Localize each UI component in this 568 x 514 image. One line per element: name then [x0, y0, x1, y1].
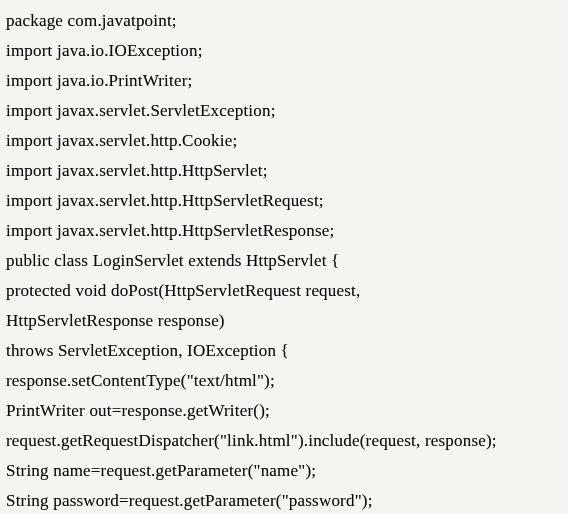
code-line: import java.io.PrintWriter;	[6, 66, 562, 96]
code-line: package com.javatpoint;	[6, 6, 562, 36]
code-line: import javax.servlet.http.HttpServletRes…	[6, 216, 562, 246]
code-line: import javax.servlet.http.HttpServlet;	[6, 156, 562, 186]
code-line: String name=request.getParameter("name")…	[6, 456, 562, 486]
code-line: throws ServletException, IOException {	[6, 336, 562, 366]
code-block: package com.javatpoint; import java.io.I…	[0, 0, 568, 514]
code-line: HttpServletResponse response)	[6, 306, 562, 336]
code-line: request.getRequestDispatcher("link.html"…	[6, 426, 562, 456]
code-line: response.setContentType("text/html");	[6, 366, 562, 396]
code-line: String password=request.getParameter("pa…	[6, 486, 562, 514]
code-line: PrintWriter out=response.getWriter();	[6, 396, 562, 426]
code-line: import javax.servlet.http.HttpServletReq…	[6, 186, 562, 216]
code-line: import java.io.IOException;	[6, 36, 562, 66]
code-line: public class LoginServlet extends HttpSe…	[6, 246, 562, 276]
code-line: protected void doPost(HttpServletRequest…	[6, 276, 562, 306]
code-line: import javax.servlet.http.Cookie;	[6, 126, 562, 156]
code-line: import javax.servlet.ServletException;	[6, 96, 562, 126]
